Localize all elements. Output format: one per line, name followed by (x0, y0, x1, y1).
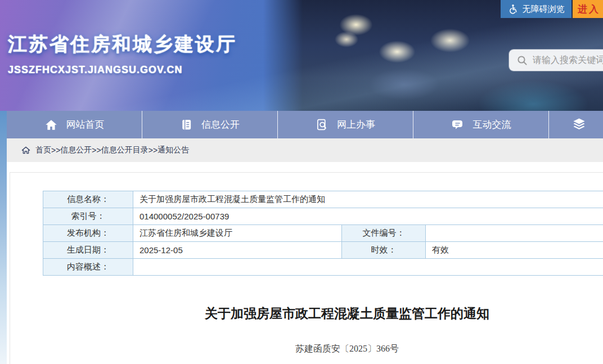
table-row: 索引号： 014000052/2025-00739 (43, 208, 603, 225)
field-value (133, 259, 603, 276)
online-service-icon (316, 118, 328, 131)
home-icon (44, 118, 58, 132)
breadcrumb-item-notices[interactable]: 通知公告 (158, 145, 189, 155)
breadcrumb-separator: >> (92, 146, 101, 155)
breadcrumb-separator: >> (148, 146, 158, 155)
breadcrumb-item-info-disclosure[interactable]: 信息公开 (60, 145, 92, 155)
field-value: 关于加强房屋市政工程混凝土质量监管工作的通知 (133, 191, 603, 208)
field-value (426, 225, 603, 242)
info-disclosure-icon (180, 118, 193, 131)
elder-mode-label: 进入 (578, 4, 600, 15)
breadcrumb: 首页 >> 信息公开 >> 信息公开目录 >> 通知公告 (7, 138, 603, 162)
accessibility-button[interactable]: 无障碍浏览 (501, 0, 572, 18)
site-name: 江苏省住房和城乡建设厅 (8, 32, 237, 57)
page-background-strip (0, 111, 7, 364)
info-table: 信息名称： 关于加强房屋市政工程混凝土质量监管工作的通知 索引号： 014000… (43, 191, 603, 276)
table-row: 信息名称： 关于加强房屋市政工程混凝土质量监管工作的通知 (43, 191, 603, 208)
nav-item-label: 信息公开 (201, 118, 240, 131)
search-input[interactable] (533, 55, 603, 65)
table-row: 内容概述： (43, 259, 603, 276)
field-label: 信息名称： (43, 191, 133, 208)
field-label: 索引号： (43, 208, 133, 225)
document-title: 关于加强房屋市政工程混凝土质量监管工作的通知 (10, 305, 603, 322)
table-row: 生成日期： 2025-12-05 时效： 有效 (43, 242, 603, 259)
table-row: 发布机构： 江苏省住房和城乡建设厅 文件编号： (43, 225, 603, 242)
accessibility-label: 无障碍浏览 (523, 4, 565, 15)
wheelchair-icon (508, 4, 518, 14)
interaction-icon (451, 118, 465, 132)
nav-item-label: 网站首页 (66, 118, 105, 131)
nav-item-home[interactable]: 网站首页 (7, 111, 142, 138)
breadcrumb-item-home[interactable]: 首页 (35, 145, 51, 155)
topbar: 无障碍浏览 进入 (501, 0, 603, 18)
content-card: 信息名称： 关于加强房屋市政工程混凝土质量监管工作的通知 索引号： 014000… (10, 172, 603, 364)
field-label: 内容概述： (43, 259, 133, 276)
site-identity: 江苏省住房和城乡建设厅 JSSZFHCXJST.JIANGSU.GOV.CN (8, 32, 237, 76)
field-value: 2025-12-05 (133, 242, 342, 259)
elder-mode-button[interactable]: 进入 (573, 0, 603, 18)
field-label: 生成日期： (43, 242, 133, 259)
field-value: 有效 (426, 242, 603, 259)
breadcrumb-item-directory[interactable]: 信息公开目录 (101, 145, 148, 155)
nav-item-online-services[interactable]: 网上办事 (278, 111, 413, 138)
page: 江苏省住房和城乡建设厅 JSSZFHCXJST.JIANGSU.GOV.CN 无… (0, 0, 603, 364)
breadcrumb-separator: >> (51, 146, 60, 155)
layers-icon (572, 117, 587, 132)
field-value: 014000052/2025-00739 (133, 208, 603, 225)
document-number: 苏建函质安〔2025〕366号 (10, 343, 603, 355)
nav-item-topics[interactable] (549, 111, 603, 138)
field-label: 发布机构： (43, 225, 133, 242)
main-nav: 网站首页 信息公开 (7, 111, 603, 138)
field-label: 文件编号： (342, 225, 426, 242)
nav-item-info-disclosure[interactable]: 信息公开 (142, 111, 277, 138)
site-search[interactable] (509, 50, 603, 71)
search-icon (517, 55, 528, 66)
site-banner: 江苏省住房和城乡建设厅 JSSZFHCXJST.JIANGSU.GOV.CN 无… (0, 0, 603, 111)
field-label: 时效： (342, 242, 426, 259)
breadcrumb-home-icon (21, 146, 30, 155)
site-domain: JSSZFHCXJST.JIANGSU.GOV.CN (8, 64, 237, 76)
nav-item-interaction[interactable]: 互动交流 (413, 111, 548, 138)
nav-item-label: 网上办事 (337, 118, 375, 131)
field-value: 江苏省住房和城乡建设厅 (133, 225, 342, 242)
nav-item-label: 互动交流 (473, 118, 511, 131)
